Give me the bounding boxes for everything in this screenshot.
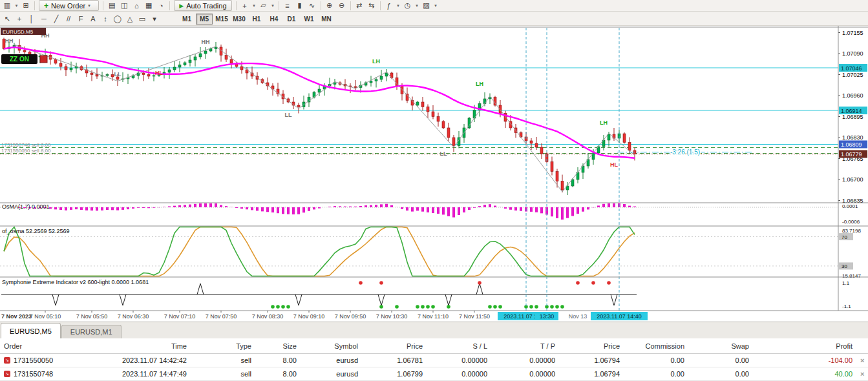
column-header-price[interactable]: Price — [559, 342, 624, 350]
indicators-dropdown[interactable]: ▾ — [396, 1, 401, 11]
price-tag: 1.06779 — [841, 151, 862, 158]
data-window-icon[interactable]: ◫ — [118, 1, 130, 11]
chart-shift-icon[interactable]: ⇆ — [366, 1, 377, 11]
sell-order-icon: ↘ — [4, 357, 10, 364]
chart-window-icon[interactable]: ▥ — [1, 1, 13, 11]
ellipse-icon[interactable]: ◯ — [112, 14, 123, 24]
timeframe-m30-button[interactable]: M30 — [231, 14, 248, 25]
swing-label-lh: LH — [372, 58, 380, 65]
time-tick-label: 7 Nov 11:50 — [459, 313, 490, 320]
toolbar-separator — [236, 1, 237, 10]
of-osma-scale-bottom: 15.8147 — [842, 273, 861, 279]
timeframe-w1-button[interactable]: W1 — [301, 14, 317, 25]
symphonie-green-dot — [493, 305, 497, 309]
price-tick-label: 1.07090 — [842, 50, 863, 57]
of-osma-level-30: 30 — [842, 263, 847, 269]
arrows-icon[interactable]: ↕ — [100, 14, 111, 24]
auto-trading-button[interactable]: ▶Auto Trading — [174, 0, 231, 11]
market-watch-icon[interactable]: ▤ — [106, 1, 118, 11]
timeframe-m1-button[interactable]: M1 — [178, 14, 195, 25]
trendline-icon[interactable]: ╱ — [50, 14, 62, 24]
vertical-line-icon[interactable]: │ — [26, 14, 37, 24]
candlestick-chart-icon[interactable]: ▮ — [294, 1, 306, 11]
column-header-symbol[interactable]: Symbol — [301, 342, 362, 350]
price-scale[interactable]: 1.071551.070901.070251.069601.068951.068… — [838, 26, 868, 311]
toolbar-separator — [380, 1, 381, 10]
navigator-icon[interactable]: ⌂ — [131, 1, 142, 11]
new-chart-icon[interactable]: + — [239, 1, 251, 11]
symphonie-red-dot — [607, 281, 611, 285]
column-header-s-l[interactable]: S / L — [427, 342, 491, 350]
price-tag: 1.07046 — [841, 65, 862, 72]
order-row[interactable]: ↘17315507482023.11.07 14:47:49sell8.00eu… — [0, 367, 868, 381]
channel-icon[interactable]: // — [63, 14, 74, 24]
timeframe-m5-button[interactable]: M5 — [196, 14, 213, 25]
time-tick-label: 7 Nov 07:10 — [164, 313, 196, 320]
fibonacci-icon[interactable]: F — [75, 14, 87, 24]
timeframe-h4-button[interactable]: H4 — [266, 14, 282, 25]
line-chart-icon[interactable]: ∿ — [306, 1, 318, 11]
rectangle-icon[interactable]: ▭ — [136, 14, 148, 24]
symphonie-green-dot — [488, 305, 492, 309]
chart-toolbar: ↖+│─╱//FA↕◯△▭▾M1M5M15M30H1H4D1W1MN — [0, 12, 868, 26]
tile-windows-icon[interactable]: ⊞ — [20, 1, 32, 11]
profiles-dropdown[interactable]: ▾ — [270, 1, 276, 11]
symphonie-scale-top: 1.1 — [842, 280, 850, 286]
column-header-commission[interactable]: Commission — [624, 342, 688, 350]
auto-scroll-icon[interactable]: ⇄ — [354, 1, 365, 11]
new-order-dropdown-icon[interactable]: ▾ — [88, 3, 94, 8]
cell-price: 1.06799 — [362, 370, 427, 378]
cell-t-p: 0.00000 — [491, 356, 559, 364]
timeframe-m15-button[interactable]: M15 — [213, 14, 230, 25]
crosshair-icon[interactable]: + — [14, 14, 25, 24]
zoom-out-icon[interactable]: ⊖ — [336, 1, 348, 11]
close-order-button[interactable]: × — [856, 356, 868, 364]
symphonie-green-dot — [421, 305, 425, 309]
bar-chart-icon[interactable]: ≡ — [282, 1, 293, 11]
toolbar-separator — [350, 1, 351, 10]
chart-canvas[interactable]: 1731550748 sell 8.001731550050 sell 8.00… — [0, 26, 868, 322]
chart-window-dropdown[interactable]: ▾ — [14, 1, 19, 11]
timeframe-h1-button[interactable]: H1 — [248, 14, 265, 25]
indicators-icon[interactable]: ƒ — [383, 1, 395, 11]
drawing-dropdown-icon[interactable]: ▾ — [149, 14, 160, 24]
zoom-in-icon[interactable]: ⊕ — [324, 1, 335, 11]
close-icon[interactable]: × — [860, 356, 864, 364]
cursor-icon[interactable]: ↖ — [1, 14, 13, 24]
templates-dropdown[interactable]: ▾ — [433, 1, 439, 11]
symphonie-green-dot — [286, 305, 290, 309]
chart-tab-eurusd-m1[interactable]: EURUSD,M1 — [61, 325, 122, 338]
price-tick-label: 1.07025 — [842, 72, 863, 78]
close-icon[interactable]: × — [860, 370, 864, 378]
order-row[interactable]: ↘17315500502023.11.07 14:42:42sell8.00eu… — [0, 354, 868, 367]
templates-icon[interactable]: ▨ — [421, 1, 432, 11]
triangle-icon[interactable]: △ — [124, 14, 136, 24]
horizontal-line-icon[interactable]: ─ — [38, 14, 50, 24]
date-label: 7 Nov 2023 — [1, 313, 32, 320]
profiles-icon[interactable]: ▱ — [258, 1, 270, 11]
new-chart-dropdown[interactable]: ▾ — [251, 1, 257, 11]
column-header-t-p[interactable]: T / P — [491, 342, 559, 350]
new-order-button[interactable]: +New Order▾ — [39, 0, 99, 11]
zz-close-button[interactable] — [40, 56, 47, 63]
column-header-profit[interactable]: Profit — [753, 342, 856, 350]
column-header-time[interactable]: Time — [74, 342, 191, 350]
column-header-order[interactable]: Order — [0, 342, 74, 350]
column-header-swap[interactable]: Swap — [688, 342, 753, 350]
time-scale[interactable]: 7 Nov 20237 Nov 05:107 Nov 05:507 Nov 06… — [0, 311, 868, 322]
zz-toggle-button[interactable]: ZZ ON — [1, 54, 37, 64]
terminal-icon[interactable]: ▦ — [143, 1, 154, 11]
column-header-price[interactable]: Price — [362, 342, 427, 350]
close-order-button[interactable]: × — [856, 370, 868, 378]
periods-dropdown[interactable]: ▾ — [414, 1, 420, 11]
timeframe-mn-button[interactable]: MN — [318, 14, 335, 25]
cell-profit: -104.00 — [753, 356, 856, 364]
chart-tab-eurusd-m5[interactable]: EURUSD,M5 — [1, 323, 61, 338]
periods-icon[interactable]: ◷ — [402, 1, 414, 11]
column-header-size[interactable]: Size — [255, 342, 301, 350]
symphonie-label: Symphonie Extreme Indicator v2 600-light… — [2, 279, 149, 285]
strategy-tester-icon[interactable]: ◔ — [155, 1, 167, 11]
text-icon[interactable]: A — [87, 14, 99, 24]
timeframe-d1-button[interactable]: D1 — [283, 14, 300, 25]
column-header-type[interactable]: Type — [191, 342, 255, 350]
